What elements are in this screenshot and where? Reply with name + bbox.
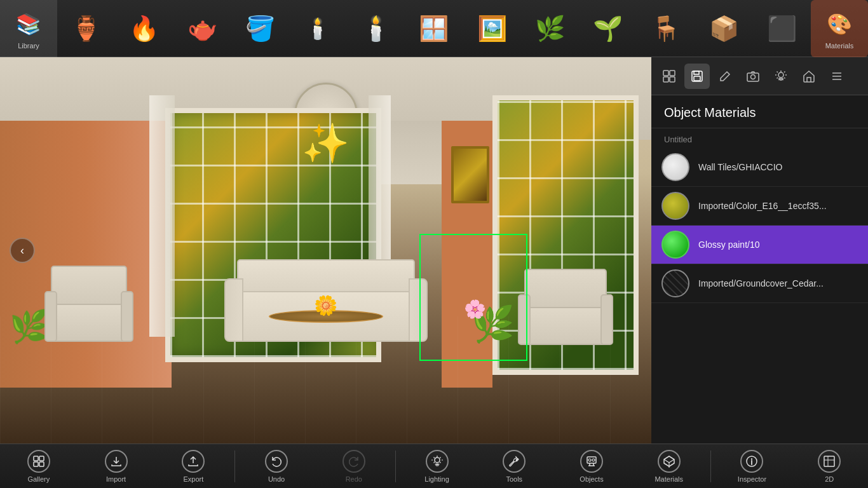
material-swatch-groundcover [661, 269, 689, 297]
light-icon [774, 69, 788, 83]
panel-title: Object Materials [651, 95, 868, 128]
divider-1 [234, 451, 235, 482]
object-curtains[interactable]: 🪟 [412, 6, 456, 51]
material-swatch-imported-color [661, 192, 689, 220]
svg-point-9 [778, 72, 783, 78]
2d-icon [818, 450, 841, 473]
svg-rect-6 [694, 76, 700, 81]
export-button[interactable]: Export [154, 444, 232, 489]
materials-label: Materials [825, 42, 854, 50]
chandelier: ✨ [269, 121, 383, 166]
material-item-wall-tiles[interactable]: Wall Tiles/GHIACCIO [651, 148, 868, 187]
object-vase[interactable]: 🏺 [64, 6, 109, 51]
object-lamp[interactable]: 🕯️ [295, 6, 340, 51]
plant-left: 🌿 [10, 308, 49, 345]
object-table[interactable]: 🪑 [644, 6, 688, 51]
curtain-left [149, 95, 175, 337]
objects-icon [580, 450, 603, 473]
lighting-button[interactable]: Lighting [398, 444, 476, 489]
object-jug[interactable]: 🪣 [238, 6, 282, 51]
object-painting[interactable]: 🖼️ [470, 6, 514, 51]
panel-light-button[interactable] [768, 64, 794, 89]
save-icon [690, 69, 704, 83]
svg-rect-0 [663, 71, 668, 76]
divider-2 [395, 451, 396, 482]
painting-on-wall [451, 146, 489, 203]
home-icon [802, 69, 816, 83]
material-name-wall-tiles: Wall Tiles/GHIACCIO [698, 162, 783, 172]
armchair-right-seat [524, 307, 607, 345]
gallery-button[interactable]: Gallery [0, 444, 78, 489]
svg-rect-1 [670, 71, 675, 76]
2d-button[interactable]: 2D [790, 444, 868, 489]
materials-icon: 🎨 [823, 8, 856, 41]
divider-3 [710, 451, 711, 482]
list-icon [830, 69, 844, 83]
object-plant1[interactable]: 🌿 [527, 6, 572, 51]
edit-icon [718, 69, 732, 83]
sofa-arm-left [224, 278, 243, 342]
object-platform[interactable]: ⬛ [759, 6, 804, 51]
material-name-groundcover: Imported/Groundcover_Cedar... [698, 278, 824, 288]
svg-point-22 [592, 459, 595, 461]
object-candle[interactable]: 🕯️ [354, 6, 398, 51]
lighting-icon [426, 450, 449, 473]
inspector-button[interactable]: Inspector [714, 444, 791, 489]
svg-rect-16 [39, 462, 44, 466]
material-item-imported-color[interactable]: Imported/Color_E16__1eccf35... [651, 187, 868, 226]
object-plant2[interactable]: 🌱 [586, 6, 630, 51]
materials-list: Wall Tiles/GHIACCIO Imported/Color_E16__… [651, 148, 868, 303]
top-toolbar: 📚 Library 🏺 🔥 🫖 🪣 🕯️ 🕯️ 🪟 🖼️ 🌿 🌱 🪑 📦 ⬛ 🎨… [0, 0, 868, 57]
nav-prev-button[interactable]: ‹ [10, 238, 35, 263]
materials-button[interactable]: Materials [630, 444, 708, 489]
armchair-left-seat [51, 304, 127, 342]
coffee-table [262, 310, 390, 374]
materials-icon [658, 450, 681, 473]
gallery-label: Gallery [27, 475, 50, 483]
svg-point-8 [751, 74, 756, 79]
import-button[interactable]: Import [78, 444, 155, 489]
undo-button[interactable]: Undo [238, 444, 315, 489]
svg-rect-24 [824, 456, 834, 466]
objects-button[interactable]: Objects [553, 444, 630, 489]
main-area: ✨ 🌿 🌿 [0, 57, 868, 444]
sofa-arm-right [409, 278, 428, 342]
2d-label: 2D [825, 475, 834, 483]
svg-point-17 [435, 458, 440, 463]
svg-rect-15 [34, 462, 38, 466]
library-button[interactable]: 📚 Library [0, 0, 57, 57]
undo-label: Undo [268, 475, 285, 483]
3d-viewport[interactable]: ✨ 🌿 🌿 [0, 57, 651, 444]
armchair-right [518, 269, 613, 345]
svg-rect-13 [34, 456, 38, 461]
material-item-groundcover[interactable]: Imported/Groundcover_Cedar... [651, 264, 868, 303]
import-label: Import [106, 475, 126, 483]
panel-list-button[interactable] [824, 64, 850, 89]
material-item-glossy-paint[interactable]: Glossy paint/10 [651, 226, 868, 264]
armchair-left-arm-l [44, 291, 57, 342]
panel-home-button[interactable] [796, 64, 822, 89]
armchair-left-arm-r [121, 291, 133, 342]
bottom-toolbar: Gallery Import Export Undo [0, 444, 868, 488]
panel-camera-button[interactable] [740, 64, 766, 89]
inspector-label: Inspector [738, 475, 766, 483]
panel-save-button[interactable] [684, 64, 710, 89]
redo-button[interactable]: Redo [315, 444, 393, 489]
materials-top-button[interactable]: 🎨 Materials [811, 0, 868, 57]
svg-rect-5 [694, 71, 699, 74]
redo-label: Redo [346, 475, 362, 483]
tools-button[interactable]: Tools [475, 444, 553, 489]
armchair-right-arm-r [600, 294, 613, 345]
armchair-left [44, 272, 133, 342]
gallery-icon [27, 450, 50, 473]
import-icon [105, 450, 128, 473]
camera-icon [746, 69, 760, 83]
inspector-icon [740, 450, 763, 473]
panel-layout-button[interactable] [656, 64, 682, 89]
object-teapot[interactable]: 🫖 [180, 6, 224, 51]
object-shelf[interactable]: 📦 [702, 6, 746, 51]
objects-label: Objects [580, 475, 603, 483]
object-fireplace[interactable]: 🔥 [122, 6, 166, 51]
library-label: Library [18, 42, 39, 50]
panel-edit-button[interactable] [712, 64, 738, 89]
